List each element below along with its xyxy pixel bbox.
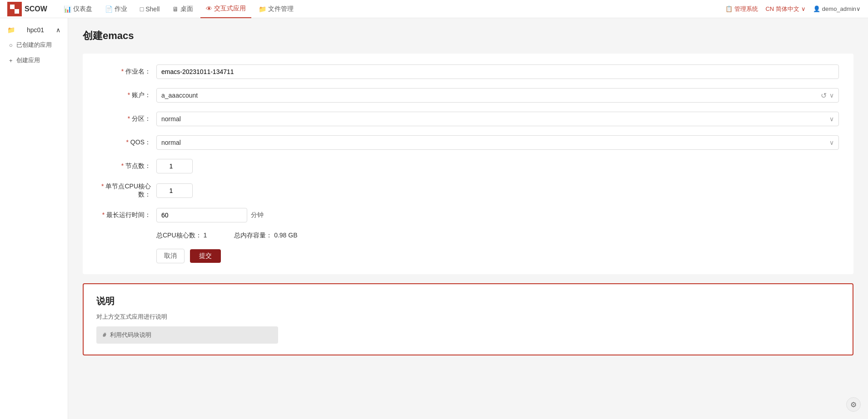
nav-files-label: 文件管理	[268, 5, 294, 13]
cluster-selector[interactable]: 📁 hpc01 ∧	[0, 23, 68, 37]
nav-shell[interactable]: □ Shell	[135, 0, 165, 18]
settings-button[interactable]: ⚙	[846, 397, 861, 412]
files-icon: 📁	[259, 5, 266, 13]
description-section: 说明 对上方交互式应用进行说明 # 利用代码块说明	[83, 283, 853, 355]
nav-desktop[interactable]: 🖥 桌面	[167, 0, 199, 18]
page-title: 创建emacs	[83, 29, 853, 43]
form-section: * 作业名： * 账户： a_aaaccount ↺ ∨ * 分区：	[83, 54, 853, 274]
main-content: 创建emacs * 作业名： * 账户： a_aaaccount ↺ ∨	[68, 18, 868, 419]
plus-icon: +	[9, 57, 13, 64]
total-cpu-value: 1	[203, 232, 207, 239]
qos-chevron-icon: ∨	[829, 139, 834, 146]
nodes-label: * 节点数：	[97, 162, 156, 170]
nav-dashboard-label: 仪表盘	[73, 5, 92, 13]
account-label: * 账户：	[97, 91, 156, 99]
sidebar-item-created-apps[interactable]: ○ 已创建的应用	[0, 37, 68, 53]
desktop-icon: 🖥	[172, 5, 179, 13]
desc-title: 说明	[96, 295, 840, 307]
qos-row: * QOS： normal ∨	[97, 135, 839, 150]
created-apps-label: 已创建的应用	[16, 41, 52, 49]
total-mem-info: 总内存容量： 0.98 GB	[234, 232, 297, 240]
qos-select[interactable]: normal ∨	[156, 135, 839, 150]
account-select[interactable]: a_aaaccount ↺ ∨	[156, 88, 839, 103]
nav-jobs[interactable]: 📄 作业	[100, 0, 133, 18]
qos-label: * QOS：	[97, 138, 156, 147]
nav-dashboard[interactable]: 📊 仪表盘	[58, 0, 98, 18]
nav-interactive[interactable]: 👁 交互式应用	[200, 0, 251, 18]
partition-chevron-icon: ∨	[829, 115, 834, 123]
nav-files[interactable]: 📁 文件管理	[253, 0, 299, 18]
desc-code-block[interactable]: # 利用代码块说明	[96, 326, 278, 344]
qos-value: normal	[161, 139, 181, 146]
partition-label: * 分区：	[97, 115, 156, 123]
user-menu[interactable]: 👤 demo_admin∨	[813, 5, 861, 12]
cluster-label: hpc01	[27, 26, 44, 34]
max-time-row: * 最长运行时间： 分钟	[97, 208, 839, 222]
lang-selector[interactable]: CN 简体中文 ∨	[765, 5, 805, 13]
partition-select[interactable]: normal ∨	[156, 112, 839, 126]
nodes-row: * 节点数：	[97, 159, 839, 173]
total-cpu-info: 总CPU核心数： 1	[156, 232, 207, 240]
admin-icon: 📋	[725, 5, 733, 12]
admin-label: 管理系统	[734, 5, 758, 13]
top-nav: SCOW 📊 仪表盘 📄 作业 □ Shell 🖥 桌面 👁 交互式应用 📁 文…	[0, 0, 868, 18]
account-row: * 账户： a_aaaccount ↺ ∨	[97, 88, 839, 103]
logo: SCOW	[7, 2, 47, 16]
interactive-icon: 👁	[206, 5, 212, 12]
cancel-button[interactable]: 取消	[156, 249, 185, 263]
circle-icon: ○	[9, 42, 13, 49]
cpu-cores-label: * 单节点CPU核心数：	[97, 182, 156, 199]
info-row: 总CPU核心数： 1 总内存容量： 0.98 GB	[97, 232, 839, 240]
cluster-chevron-icon: ∧	[56, 26, 60, 34]
dashboard-icon: 📊	[64, 5, 71, 13]
svg-rect-1	[10, 5, 15, 9]
nav-jobs-label: 作业	[115, 5, 127, 13]
svg-rect-2	[15, 9, 19, 14]
create-app-label: 创建应用	[16, 56, 40, 64]
max-time-input[interactable]	[156, 208, 247, 222]
submit-button[interactable]: 提交	[190, 249, 221, 263]
cpu-cores-row: * 单节点CPU核心数：	[97, 182, 839, 199]
cpu-cores-input[interactable]	[156, 183, 193, 198]
lang-chevron-icon: ∨	[801, 5, 806, 12]
user-label: demo_admin∨	[822, 5, 861, 12]
total-cpu-label: 总CPU核心数：	[156, 232, 202, 239]
nav-items: 📊 仪表盘 📄 作业 □ Shell 🖥 桌面 👁 交互式应用 📁 文件管理	[58, 0, 726, 18]
logo-icon	[7, 2, 22, 16]
partition-row: * 分区： normal ∨	[97, 112, 839, 126]
lang-label: CN 简体中文	[765, 5, 799, 13]
cluster-icon: 📁	[7, 26, 15, 34]
nav-shell-label: Shell	[145, 5, 160, 13]
user-icon: 👤	[813, 5, 820, 12]
time-unit: 分钟	[251, 211, 264, 219]
account-loading-icon: ↺	[821, 91, 827, 100]
job-name-row: * 作业名：	[97, 64, 839, 79]
admin-link[interactable]: 📋 管理系统	[725, 5, 758, 13]
nav-right: 📋 管理系统 CN 简体中文 ∨ 👤 demo_admin∨	[725, 5, 861, 13]
gear-icon: ⚙	[850, 400, 857, 409]
sidebar-item-create-app[interactable]: + 创建应用	[0, 53, 68, 68]
logo-text: SCOW	[25, 5, 47, 13]
partition-value: normal	[161, 115, 181, 123]
sidebar: 📁 hpc01 ∧ ○ 已创建的应用 + 创建应用	[0, 18, 68, 419]
job-name-label: * 作业名：	[97, 68, 156, 76]
total-mem-value: 0.98 GB	[274, 232, 297, 239]
desc-subtitle: 对上方交互式应用进行说明	[96, 313, 840, 321]
shell-icon: □	[140, 5, 144, 13]
job-name-input[interactable]	[156, 64, 839, 79]
nav-interactive-label: 交互式应用	[214, 5, 246, 13]
nav-desktop-label: 桌面	[180, 5, 193, 13]
total-mem-label: 总内存容量：	[234, 232, 272, 239]
account-chevron-icon: ∨	[829, 92, 834, 99]
max-time-label: * 最长运行时间：	[97, 211, 156, 219]
account-value: a_aaaccount	[161, 92, 198, 99]
jobs-icon: 📄	[105, 5, 113, 13]
btn-row: 取消 提交	[97, 249, 839, 263]
nodes-input[interactable]	[156, 159, 193, 173]
